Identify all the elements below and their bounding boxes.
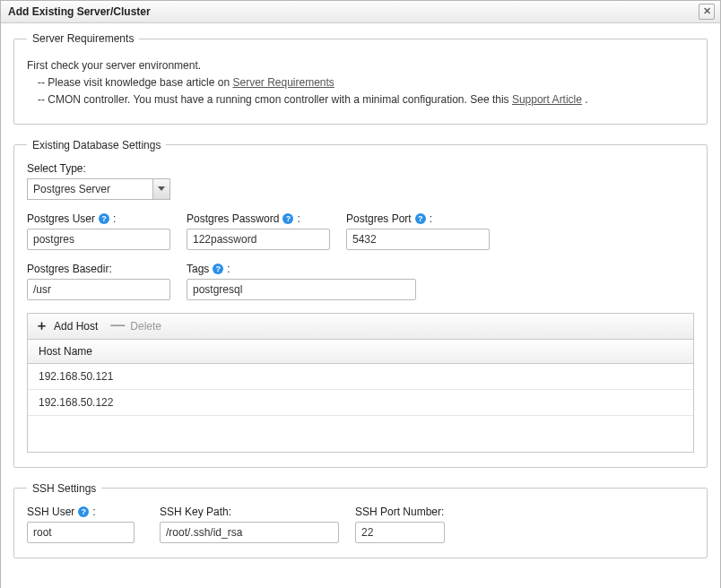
add-host-label: Add Host [54, 320, 98, 333]
help-icon[interactable]: ? [415, 213, 426, 224]
host-grid: ＋ Add Host — Delete Host Name 192.168.50… [27, 313, 694, 453]
tags-input[interactable] [187, 279, 416, 300]
postgres-port-input[interactable] [346, 229, 490, 250]
server-requirements-link[interactable]: Server Requirements [232, 76, 334, 89]
requirements-line1: -- Please visit knowledge base article o… [38, 74, 694, 91]
ssh-user-input[interactable] [27, 522, 135, 543]
dialog-window: Add Existing Server/Cluster ✕ Server Req… [0, 0, 721, 588]
close-icon: ✕ [703, 5, 711, 16]
select-type-label: Select Type: [27, 162, 694, 175]
support-article-link[interactable]: Support Article [512, 93, 582, 106]
host-name-cell: 192.168.50.121 [39, 370, 113, 383]
help-icon[interactable]: ? [99, 213, 109, 224]
requirements-intro: First check your server environment. [27, 59, 201, 72]
requirements-line2-suffix: . [582, 93, 588, 106]
ssh-key-path-input[interactable] [160, 522, 339, 543]
chevron-down-icon [152, 179, 169, 199]
postgres-port-label: Postgres Port [346, 212, 412, 225]
table-row[interactable]: 192.168.50.122 [28, 390, 693, 416]
tags-label: Tags [187, 263, 209, 275]
dialog-body: Server Requirements First check your ser… [1, 23, 720, 588]
help-icon[interactable]: ? [78, 506, 89, 517]
add-host-button[interactable]: ＋ Add Host [35, 320, 98, 333]
postgres-basedir-input[interactable] [27, 279, 170, 300]
postgres-user-label: Postgres User [27, 212, 95, 225]
host-header-label: Host Name [39, 345, 92, 358]
help-icon[interactable]: ? [282, 213, 293, 224]
ssh-port-input[interactable] [355, 522, 445, 543]
postgres-password-label: Postgres Password [187, 212, 279, 225]
help-icon[interactable]: ? [213, 264, 223, 274]
postgres-user-input[interactable] [27, 229, 170, 250]
requirements-text: First check your server environment. -- … [27, 57, 694, 109]
dialog-titlebar: Add Existing Server/Cluster ✕ [1, 1, 720, 23]
close-button[interactable]: ✕ [699, 4, 715, 20]
ssh-key-path-label: SSH Key Path: [160, 506, 339, 518]
server-requirements-fieldset: Server Requirements First check your ser… [13, 32, 708, 125]
svg-marker-0 [158, 186, 165, 191]
server-requirements-legend: Server Requirements [27, 32, 139, 45]
host-grid-header: Host Name [28, 340, 693, 364]
table-row[interactable]: 192.168.50.121 [28, 364, 693, 390]
host-empty-area [28, 416, 693, 452]
ssh-settings-legend: SSH Settings [27, 482, 101, 495]
postgres-basedir-label: Postgres Basedir: [27, 263, 170, 275]
host-name-cell: 192.168.50.122 [39, 396, 113, 409]
ssh-settings-fieldset: SSH Settings SSH User ?: SSH Key Path: S… [13, 482, 708, 558]
database-settings-legend: Existing Database Settings [27, 139, 166, 151]
select-type-value: Postgres Server [28, 183, 152, 195]
delete-host-button[interactable]: — Delete [110, 320, 161, 333]
database-settings-fieldset: Existing Database Settings Select Type: … [13, 139, 708, 468]
postgres-password-input[interactable] [187, 229, 330, 250]
host-toolbar: ＋ Add Host — Delete [28, 314, 693, 340]
requirements-line2: -- CMON controller. You must have a runn… [38, 91, 694, 108]
host-rows-container: 192.168.50.121 192.168.50.122 [28, 364, 693, 452]
delete-host-label: Delete [130, 320, 161, 333]
requirements-line1-prefix: -- Please visit knowledge base article o… [38, 76, 232, 89]
requirements-line2-prefix: -- CMON controller. You must have a runn… [38, 93, 512, 106]
ssh-port-label: SSH Port Number: [355, 506, 445, 518]
select-type-dropdown[interactable]: Postgres Server [27, 178, 170, 200]
ssh-user-label: SSH User [27, 506, 74, 518]
dialog-title: Add Existing Server/Cluster [8, 5, 699, 18]
